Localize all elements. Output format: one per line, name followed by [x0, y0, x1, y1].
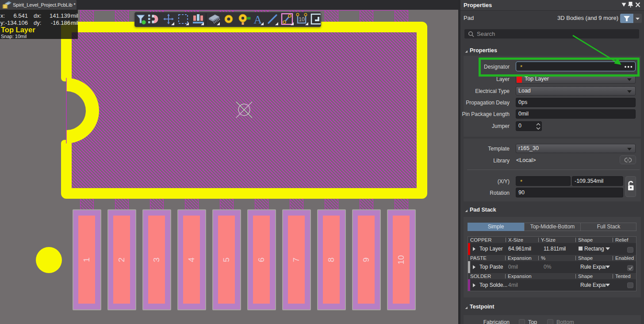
svg-text:10: 10 — [299, 16, 305, 23]
svg-text:A: A — [254, 13, 262, 26]
